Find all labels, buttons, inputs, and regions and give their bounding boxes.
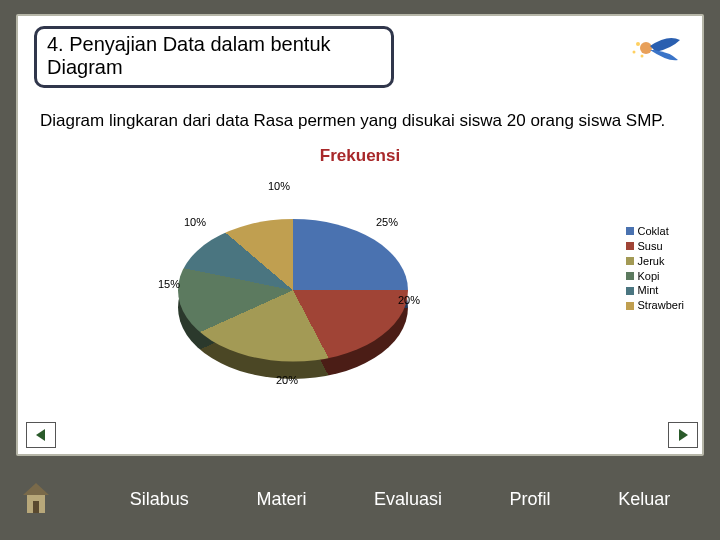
legend-swatch-icon [626,227,634,235]
legend-swatch-icon [626,272,634,280]
legend-swatch-icon [626,302,634,310]
svg-marker-6 [23,483,49,495]
pie-3d [178,219,408,362]
bottom-menu-bar: Silabus Materi Evaluasi Profil Keluar [0,470,720,540]
legend-swatch-icon [626,242,634,250]
nav-arrow-row [18,422,706,448]
legend-item: Strawberi [626,298,684,313]
slide-frame: 4. Penyajian Data dalam bentuk Diagram D… [16,14,704,456]
triangle-right-icon [675,427,691,443]
triangle-left-icon [33,427,49,443]
slide-title-text: 4. Penyajian Data dalam bentuk Diagram [47,33,331,78]
legend-item: Mint [626,283,684,298]
legend-item: Jeruk [626,254,684,269]
chart-title: Frekuensi [18,146,702,166]
legend-label: Kopi [638,269,660,284]
chart-description: Diagram lingkaran dari data Rasa permen … [40,110,680,131]
pct-kopi: 15% [158,278,180,290]
chart-description-text: Diagram lingkaran dari data Rasa permen … [40,111,665,130]
fairy-decoration-icon [628,26,688,76]
slide-title: 4. Penyajian Data dalam bentuk Diagram [34,26,394,88]
legend-swatch-icon [626,257,634,265]
menu-keluar[interactable]: Keluar [618,489,670,510]
home-button[interactable] [16,477,56,521]
pie-chart: 25% 20% 20% 15% 10% 10% [128,172,488,432]
svg-marker-4 [36,429,45,441]
chart-legend: Coklat Susu Jeruk Kopi Mint Strawberi [626,224,684,313]
menu-materi[interactable]: Materi [256,489,306,510]
legend-item: Susu [626,239,684,254]
svg-point-0 [640,42,652,54]
home-icon [19,479,53,519]
svg-point-3 [641,55,644,58]
pct-coklat: 25% [376,216,398,228]
menu-evaluasi[interactable]: Evaluasi [374,489,442,510]
legend-label: Coklat [638,224,669,239]
svg-point-1 [636,42,640,46]
prev-button[interactable] [26,422,56,448]
legend-swatch-icon [626,287,634,295]
legend-label: Strawberi [638,298,684,313]
pct-jeruk: 20% [276,374,298,386]
legend-item: Kopi [626,269,684,284]
pct-mint: 10% [184,216,206,228]
menu-items: Silabus Materi Evaluasi Profil Keluar [96,489,704,510]
pct-susu: 20% [398,294,420,306]
svg-point-2 [633,51,636,54]
next-button[interactable] [668,422,698,448]
legend-item: Coklat [626,224,684,239]
menu-profil[interactable]: Profil [510,489,551,510]
pct-strawberi: 10% [268,180,290,192]
svg-rect-8 [33,501,39,513]
legend-label: Jeruk [638,254,665,269]
menu-silabus[interactable]: Silabus [130,489,189,510]
legend-label: Susu [638,239,663,254]
svg-marker-5 [679,429,688,441]
legend-label: Mint [638,283,659,298]
pie-top [178,219,408,362]
